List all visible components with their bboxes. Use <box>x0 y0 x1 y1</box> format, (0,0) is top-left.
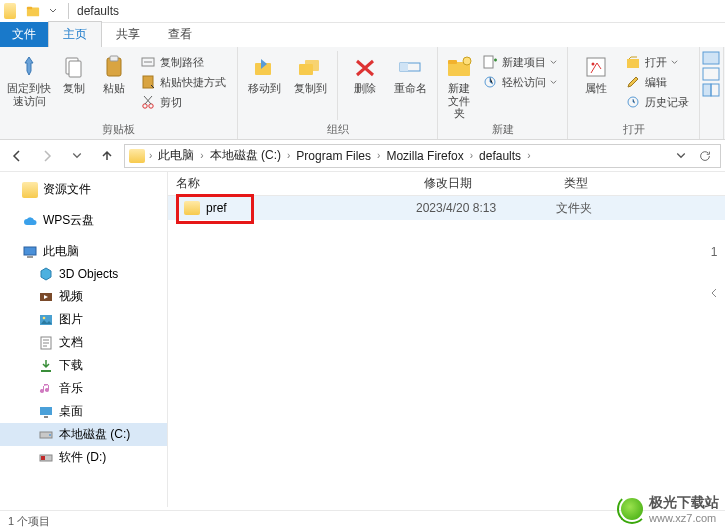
crumb-drive-c[interactable]: 本地磁盘 (C:) <box>208 147 283 164</box>
crumb-firefox[interactable]: Mozilla Firefox <box>384 149 465 163</box>
nav-forward-button[interactable] <box>34 144 60 168</box>
svg-rect-26 <box>703 84 711 96</box>
new-item-button[interactable]: 新建项目 <box>478 53 561 71</box>
copy-to-button[interactable]: 复制到 <box>290 51 332 95</box>
copy-button[interactable]: 复制 <box>56 51 92 95</box>
navigation-pane[interactable]: 资源文件 WPS云盘 此电脑 3D Objects 视频 图片 文档 下载 音乐… <box>0 172 168 507</box>
paste-shortcut-button[interactable]: 粘贴快捷方式 <box>136 73 230 91</box>
location-icon <box>129 149 145 163</box>
chevron-right-icon[interactable]: › <box>285 150 292 161</box>
tree-downloads[interactable]: 下载 <box>0 354 167 377</box>
qat-folder-icon[interactable] <box>24 2 42 20</box>
copy-label: 复制 <box>63 82 85 95</box>
svg-point-37 <box>49 434 51 436</box>
tree-desktop[interactable]: 桌面 <box>0 400 167 423</box>
tab-home[interactable]: 主页 <box>48 21 102 47</box>
tree-music[interactable]: 音乐 <box>0 377 167 400</box>
copy-path-button[interactable]: 复制路径 <box>136 53 230 71</box>
tree-drive-d[interactable]: 软件 (D:) <box>0 446 167 469</box>
tab-share[interactable]: 共享 <box>102 22 154 47</box>
svg-rect-5 <box>110 56 118 61</box>
svg-rect-3 <box>69 61 81 77</box>
chevron-right-icon[interactable]: › <box>198 150 205 161</box>
move-to-button[interactable]: 移动到 <box>244 51 286 95</box>
ribbon-group-select-partial <box>700 47 724 139</box>
crumb-thispc[interactable]: 此电脑 <box>156 147 196 164</box>
new-folder-button[interactable]: 新建 文件夹 <box>444 51 474 120</box>
svg-rect-34 <box>40 407 52 415</box>
svg-rect-20 <box>587 58 605 76</box>
open-button[interactable]: 打开 <box>621 53 693 71</box>
history-button[interactable]: 历史记录 <box>621 93 693 111</box>
breadcrumb-bar[interactable]: › 此电脑 › 本地磁盘 (C:) › Program Files › Mozi… <box>124 144 721 168</box>
pc-icon <box>22 244 38 260</box>
svg-rect-16 <box>448 60 457 64</box>
chevron-right-icon[interactable]: › <box>468 150 475 161</box>
tree-documents[interactable]: 文档 <box>0 331 167 354</box>
crumb-defaults[interactable]: defaults <box>477 149 523 163</box>
svg-rect-27 <box>711 84 719 96</box>
addr-dropdown-button[interactable] <box>670 145 692 167</box>
chevron-right-icon[interactable]: › <box>525 150 532 161</box>
tree-videos[interactable]: 视频 <box>0 285 167 308</box>
paste-label: 粘贴 <box>103 82 125 95</box>
main-area: 资源文件 WPS云盘 此电脑 3D Objects 视频 图片 文档 下载 音乐… <box>0 172 725 507</box>
cut-button[interactable]: 剪切 <box>136 93 230 111</box>
group-label-open: 打开 <box>574 120 693 137</box>
invert-icon[interactable] <box>702 83 720 97</box>
tree-this-pc[interactable]: 此电脑 <box>0 240 167 263</box>
group-label-organize: 组织 <box>244 120 431 137</box>
svg-point-9 <box>149 104 153 108</box>
easy-access-button[interactable]: 轻松访问 <box>478 73 561 91</box>
tree-3d-objects[interactable]: 3D Objects <box>0 263 167 285</box>
col-name[interactable]: 名称 <box>168 175 416 192</box>
properties-button[interactable]: 属性 <box>574 51 617 95</box>
col-type[interactable]: 类型 <box>556 175 656 192</box>
nav-up-button[interactable] <box>94 144 120 168</box>
select-icon[interactable] <box>702 51 720 65</box>
music-icon <box>38 381 54 397</box>
qat-dropdown-icon[interactable] <box>44 2 62 20</box>
tree-drive-c[interactable]: 本地磁盘 (C:) <box>0 423 167 446</box>
folder-icon <box>184 201 200 215</box>
edit-button[interactable]: 编辑 <box>621 73 693 91</box>
file-row[interactable]: pref 2023/4/20 8:13 文件夹 <box>168 196 725 220</box>
ribbon-tabs: 文件 主页 共享 查看 <box>0 23 725 47</box>
hint-number: 1 <box>711 245 718 259</box>
tab-view[interactable]: 查看 <box>154 22 206 47</box>
file-name: pref <box>206 201 227 215</box>
svg-rect-28 <box>24 247 36 255</box>
tab-file[interactable]: 文件 <box>0 22 48 47</box>
ribbon-group-open: 属性 打开 编辑 历史记录 打开 <box>568 47 700 139</box>
system-menu-icon[interactable] <box>4 2 22 20</box>
crumb-program-files[interactable]: Program Files <box>294 149 373 163</box>
download-icon <box>38 358 54 374</box>
file-list-pane[interactable]: 名称 修改日期 类型 pref 2023/4/20 8:13 文件夹 <box>168 172 725 507</box>
column-headers[interactable]: 名称 修改日期 类型 <box>168 172 725 196</box>
tree-resource[interactable]: 资源文件 <box>0 178 167 201</box>
col-date[interactable]: 修改日期 <box>416 175 556 192</box>
delete-button[interactable]: 删除 <box>344 51 386 95</box>
pin-to-quick-access-button[interactable]: 固定到快 速访问 <box>6 51 52 107</box>
svg-point-32 <box>43 316 46 319</box>
refresh-button[interactable] <box>694 145 716 167</box>
doc-icon <box>38 335 54 351</box>
chevron-right-icon[interactable]: › <box>375 150 382 161</box>
svg-rect-35 <box>44 416 48 418</box>
svg-rect-22 <box>627 59 639 68</box>
folder-icon <box>22 182 38 198</box>
status-bar: 1 个项目 <box>0 510 725 532</box>
dropdown-icon <box>671 59 678 66</box>
chevron-right-icon[interactable]: › <box>147 150 154 161</box>
nav-back-button[interactable] <box>4 144 30 168</box>
rename-button[interactable]: 重命名 <box>390 51 432 95</box>
select-none-icon[interactable] <box>702 67 720 81</box>
svg-rect-25 <box>703 68 719 80</box>
drive-icon <box>38 427 54 443</box>
ribbon-group-clipboard: 固定到快 速访问 复制 粘贴 复制路径 粘贴快捷方式 <box>0 47 238 139</box>
tree-wps-cloud[interactable]: WPS云盘 <box>0 209 167 232</box>
paste-button[interactable]: 粘贴 <box>96 51 132 95</box>
nav-recent-button[interactable] <box>64 144 90 168</box>
tree-pictures[interactable]: 图片 <box>0 308 167 331</box>
chevron-left-icon <box>708 287 720 299</box>
